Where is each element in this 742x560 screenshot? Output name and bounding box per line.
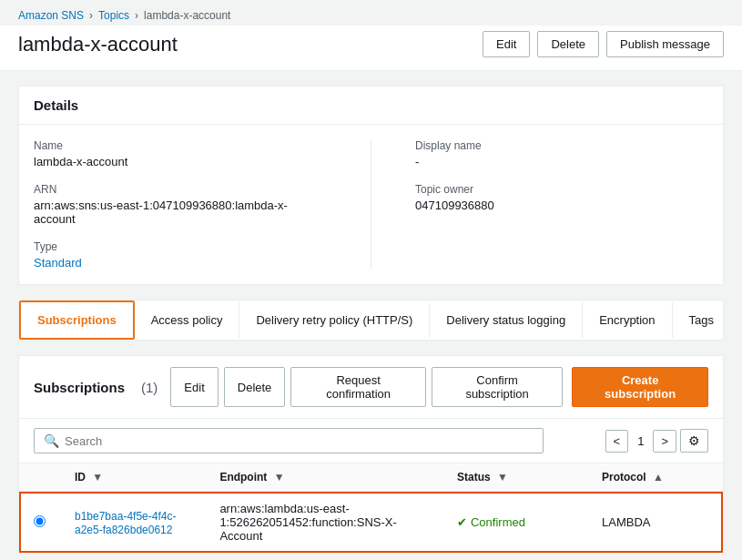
tabs-bar: Subscriptions Access policy Delivery ret… <box>18 300 724 341</box>
search-box: 🔍 <box>34 428 544 453</box>
table-header-endpoint[interactable]: Endpoint ▼ <box>205 463 442 492</box>
tab-delivery-retry[interactable]: Delivery retry policy (HTTP/S) <box>239 302 430 338</box>
detail-arn: ARN arn:aws:sns:us-east-1:047109936880:l… <box>34 183 327 226</box>
publish-message-button[interactable]: Publish message <box>606 31 724 57</box>
id-sort-icon: ▼ <box>92 471 103 484</box>
delete-button[interactable]: Delete <box>537 31 599 57</box>
main-content: Details Name lambda-x-account ARN arn:aw… <box>0 71 742 560</box>
next-page-button[interactable]: > <box>653 430 676 453</box>
table-row: b1be7baa-4f5e-4f4c-a2e5-fa826bde0612 arn… <box>19 492 723 553</box>
page-header: lambda-x-account Edit Delete Publish mes… <box>0 25 742 71</box>
create-subscription-button[interactable]: Create subscription <box>572 367 708 407</box>
pagination: < 1 > ⚙ <box>605 429 708 453</box>
details-col-divider <box>371 139 371 270</box>
table-header-protocol[interactable]: Protocol ▲ <box>587 463 723 492</box>
row-protocol-cell: LAMBDA <box>587 492 723 553</box>
detail-display-name: Display name - <box>415 139 708 168</box>
table-header-radio <box>19 463 60 492</box>
breadcrumb-sep-2: › <box>135 9 138 22</box>
subscriptions-table: ID ▼ Endpoint ▼ Status ▼ Protocol ▲ <box>19 463 723 553</box>
details-body: Name lambda-x-account ARN arn:aws:sns:us… <box>19 125 723 284</box>
subs-count: (1) <box>141 380 158 395</box>
table-header-id[interactable]: ID ▼ <box>60 463 205 492</box>
search-row: 🔍 < 1 > ⚙ <box>19 419 723 463</box>
detail-topic-owner-label: Topic owner <box>415 183 708 196</box>
table-header-status[interactable]: Status ▼ <box>442 463 587 492</box>
row-radio[interactable] <box>34 515 46 527</box>
breadcrumb: Amazon SNS › Topics › lambda-x-account <box>0 0 742 25</box>
status-label: Confirmed <box>471 515 525 529</box>
edit-button[interactable]: Edit <box>483 31 530 57</box>
prev-page-button[interactable]: < <box>605 430 629 453</box>
subs-title: Subscriptions <box>34 380 125 395</box>
tab-encryption[interactable]: Encryption <box>583 302 672 338</box>
header-actions: Edit Delete Publish message <box>483 31 724 57</box>
detail-display-name-label: Display name <box>415 139 708 152</box>
status-check-icon: ✔ <box>457 515 467 529</box>
row-endpoint-cell: arn:aws:lambda:us-east-1:526262051452:fu… <box>205 492 442 553</box>
detail-type: Type Standard <box>34 240 327 270</box>
subs-confirm-button[interactable]: Confirm subscription <box>432 367 563 407</box>
status-sort-icon: ▼ <box>497 471 508 484</box>
subs-edit-button[interactable]: Edit <box>170 367 218 407</box>
page-number: 1 <box>632 433 649 450</box>
details-left-col: Name lambda-x-account ARN arn:aws:sns:us… <box>34 139 327 270</box>
breadcrumb-sep-1: › <box>89 9 93 22</box>
table-header-row: ID ▼ Endpoint ▼ Status ▼ Protocol ▲ <box>19 463 723 492</box>
subscriptions-card: Subscriptions (1) Edit Delete Request co… <box>18 355 724 554</box>
breadcrumb-sns[interactable]: Amazon SNS <box>18 9 84 22</box>
detail-arn-value: arn:aws:sns:us-east-1:047109936880:lambd… <box>34 199 327 226</box>
settings-button[interactable]: ⚙ <box>680 429 708 453</box>
details-right-col: Display name - Topic owner 047109936880 <box>415 139 708 270</box>
row-id-link[interactable]: b1be7baa-4f5e-4f4c-a2e5-fa826bde0612 <box>75 510 176 536</box>
detail-topic-owner-value: 047109936880 <box>415 199 708 212</box>
detail-type-label: Type <box>34 240 327 253</box>
search-icon: 🔍 <box>44 433 59 448</box>
subs-header: Subscriptions (1) Edit Delete Request co… <box>19 356 723 419</box>
detail-name-value: lambda-x-account <box>34 155 327 168</box>
status-confirmed: ✔ Confirmed <box>457 515 573 529</box>
detail-topic-owner: Topic owner 047109936880 <box>415 183 708 212</box>
endpoint-sort-icon: ▼ <box>274 471 285 484</box>
detail-arn-label: ARN <box>34 183 327 196</box>
tab-delivery-status[interactable]: Delivery status logging <box>430 302 583 338</box>
subs-request-button[interactable]: Request confirmation <box>290 367 426 407</box>
subs-actions: Edit Delete Request confirmation Confirm… <box>170 367 563 407</box>
tab-access-policy[interactable]: Access policy <box>135 302 240 338</box>
row-id-cell: b1be7baa-4f5e-4f4c-a2e5-fa826bde0612 <box>60 492 205 553</box>
detail-name-label: Name <box>34 139 327 152</box>
row-status-cell: ✔ Confirmed <box>442 492 587 553</box>
page-title: lambda-x-account <box>18 33 178 56</box>
breadcrumb-topics[interactable]: Topics <box>98 9 129 22</box>
detail-type-value[interactable]: Standard <box>34 256 327 270</box>
details-card: Details Name lambda-x-account ARN arn:aw… <box>18 86 724 285</box>
details-card-header: Details <box>19 87 723 125</box>
row-radio-cell[interactable] <box>19 492 60 553</box>
detail-name: Name lambda-x-account <box>34 139 327 168</box>
tab-tags[interactable]: Tags <box>673 302 730 338</box>
subs-delete-button[interactable]: Delete <box>224 367 286 407</box>
protocol-sort-icon: ▲ <box>653 471 664 484</box>
breadcrumb-current: lambda-x-account <box>144 9 230 22</box>
tab-subscriptions[interactable]: Subscriptions <box>19 300 135 340</box>
detail-display-name-value: - <box>415 155 708 168</box>
search-input[interactable] <box>65 434 534 448</box>
